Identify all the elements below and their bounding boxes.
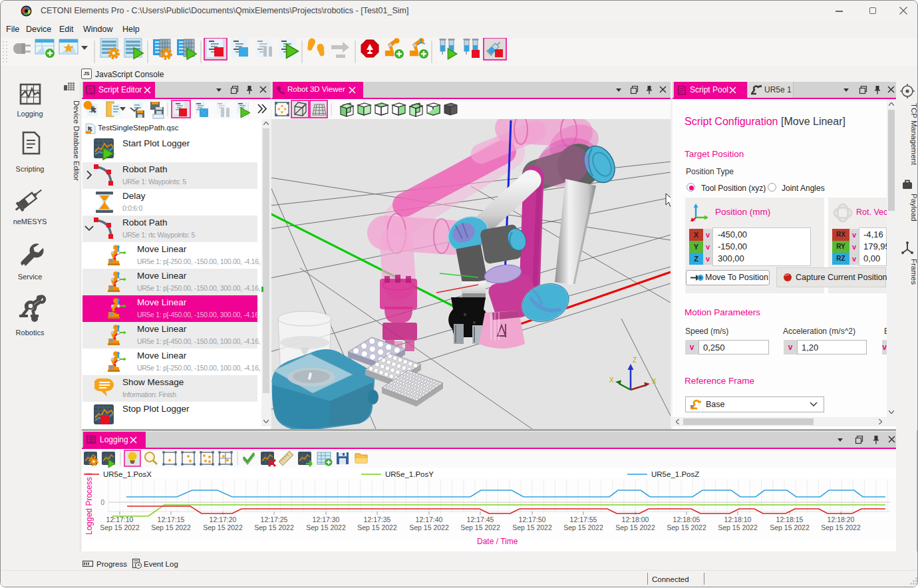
svg-text:Frames: Frames — [910, 259, 918, 285]
svg-text:Service: Service — [18, 273, 43, 281]
svg-text:TCP Management: TCP Management — [910, 103, 918, 166]
svg-text:12:17:45: 12:17:45 — [467, 515, 494, 523]
svg-text:Sep 15 2022: Sep 15 2022 — [100, 523, 140, 531]
svg-text:Payload: Payload — [910, 194, 918, 221]
svg-text:Robotics: Robotics — [16, 329, 45, 337]
svg-text:Sep 15 2022: Sep 15 2022 — [718, 523, 758, 531]
svg-text:12:17:35: 12:17:35 — [364, 515, 391, 523]
svg-text:X: X — [652, 378, 657, 385]
svg-text:Sep 15 2022: Sep 15 2022 — [357, 523, 397, 531]
svg-text:0: 0 — [100, 499, 104, 506]
svg-text:Sep 15 2022: Sep 15 2022 — [460, 523, 500, 531]
svg-text:12:17:30: 12:17:30 — [313, 515, 340, 523]
svg-text:Sep 15 2022: Sep 15 2022 — [821, 523, 861, 531]
svg-text:12:17:25: 12:17:25 — [261, 515, 288, 523]
svg-text:Z: Z — [633, 357, 637, 364]
svg-text:Scripting: Scripting — [16, 165, 45, 173]
svg-text:Sep 15 2022: Sep 15 2022 — [409, 523, 449, 531]
svg-text:12:18:15: 12:18:15 — [776, 515, 804, 523]
svg-text:12:18:20: 12:18:20 — [828, 515, 855, 523]
svg-text:Sep 15 2022: Sep 15 2022 — [615, 523, 655, 531]
svg-text:Sep 15 2022: Sep 15 2022 — [203, 523, 243, 531]
svg-text:12:17:50: 12:17:50 — [519, 515, 546, 523]
svg-text:neMESYS: neMESYS — [13, 218, 47, 225]
svg-text:Sep 15 2022: Sep 15 2022 — [512, 523, 552, 531]
svg-text:Sep 15 2022: Sep 15 2022 — [770, 523, 810, 531]
svg-text:X: X — [609, 376, 614, 384]
svg-text:Event Log: Event Log — [144, 560, 178, 568]
svg-text:Sep 15 2022: Sep 15 2022 — [306, 523, 346, 531]
svg-text:Sep 15 2022: Sep 15 2022 — [563, 523, 603, 531]
svg-text:12:17:15: 12:17:15 — [158, 515, 185, 523]
svg-text:Logging: Logging — [17, 110, 43, 118]
svg-text:12:17:40: 12:17:40 — [416, 515, 443, 523]
svg-text:Device Database Editor: Device Database Editor — [73, 100, 80, 181]
svg-text:Progress: Progress — [96, 560, 127, 568]
svg-text:Sep 15 2022: Sep 15 2022 — [667, 523, 706, 531]
svg-text:12:18:00: 12:18:00 — [622, 515, 649, 523]
svg-text:12:18:10: 12:18:10 — [724, 515, 752, 523]
svg-text:Sep 15 2022: Sep 15 2022 — [151, 523, 191, 531]
svg-text:12:17:55: 12:17:55 — [570, 515, 597, 523]
svg-text:12:17:20: 12:17:20 — [210, 515, 237, 523]
svg-text:12:18:05: 12:18:05 — [673, 515, 700, 523]
svg-text:Sep 15 2022: Sep 15 2022 — [254, 523, 294, 531]
